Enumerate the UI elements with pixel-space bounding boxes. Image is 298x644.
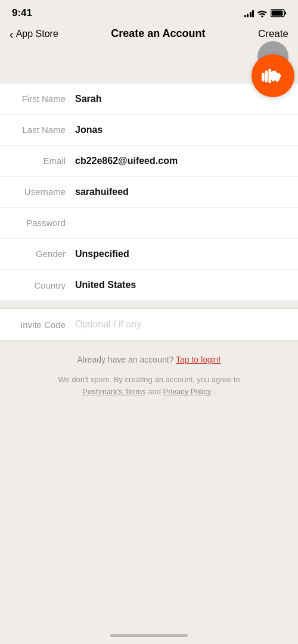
last-name-value[interactable]: Jonas — [75, 125, 288, 135]
gender-label: Gender — [10, 249, 75, 259]
gender-row[interactable]: Gender Unspecified — [0, 239, 298, 270]
status-time: 9:41 — [12, 7, 32, 19]
email-value[interactable]: cb22e862@uifeed.com — [75, 156, 288, 166]
username-row[interactable]: Username sarahuifeed — [0, 177, 298, 208]
password-label: Password — [10, 218, 75, 228]
invite-code-row[interactable]: Invite Code — [0, 309, 298, 340]
country-row[interactable]: Country United States — [0, 270, 298, 301]
invite-code-label: Invite Code — [10, 320, 75, 330]
username-label: Username — [10, 187, 75, 197]
email-row[interactable]: Email cb22e862@uifeed.com — [0, 145, 298, 177]
back-button[interactable]: ‹ App Store — [10, 28, 58, 40]
tap-login-link[interactable]: Tap to login! — [176, 355, 221, 364]
already-account-text: Already have an account? Tap to login! — [18, 355, 280, 364]
gender-value[interactable]: Unspecified — [75, 249, 288, 259]
privacy-policy-link[interactable]: Privacy Policy — [163, 387, 212, 396]
svg-rect-1 — [272, 11, 283, 16]
country-label: Country — [10, 280, 75, 290]
avatar-area — [0, 47, 298, 53]
form-section: First Name Sarah Last Name Jonas Email c… — [0, 83, 298, 301]
terms-text: We don't spam. By creating an account, y… — [18, 374, 280, 397]
country-value[interactable]: United States — [75, 280, 288, 290]
invite-section: Invite Code — [0, 308, 298, 340]
back-arrow-icon: ‹ — [10, 28, 14, 40]
signal-icon — [244, 9, 254, 17]
soundcloud-badge[interactable] — [252, 54, 294, 97]
page-title: Create an Account — [111, 27, 205, 40]
create-button[interactable]: Create — [258, 28, 288, 40]
password-row[interactable]: Password — [0, 208, 298, 239]
status-bar: 9:41 — [0, 0, 298, 23]
last-name-row[interactable]: Last Name Jonas — [0, 114, 298, 145]
password-input[interactable] — [75, 216, 288, 230]
last-name-label: Last Name — [10, 125, 75, 135]
status-icons — [244, 9, 287, 17]
back-label: App Store — [16, 29, 58, 39]
wifi-icon — [257, 9, 268, 17]
first-name-label: First Name — [10, 94, 75, 104]
invite-code-input[interactable] — [75, 319, 288, 330]
username-value[interactable]: sarahuifeed — [75, 187, 288, 197]
battery-icon — [271, 9, 286, 17]
bottom-section: Already have an account? Tap to login! W… — [0, 340, 298, 411]
poshmark-terms-link[interactable]: Poshmark's Terms — [82, 387, 145, 396]
soundcloud-icon — [262, 68, 284, 83]
email-label: Email — [10, 156, 75, 166]
home-indicator — [110, 634, 188, 637]
